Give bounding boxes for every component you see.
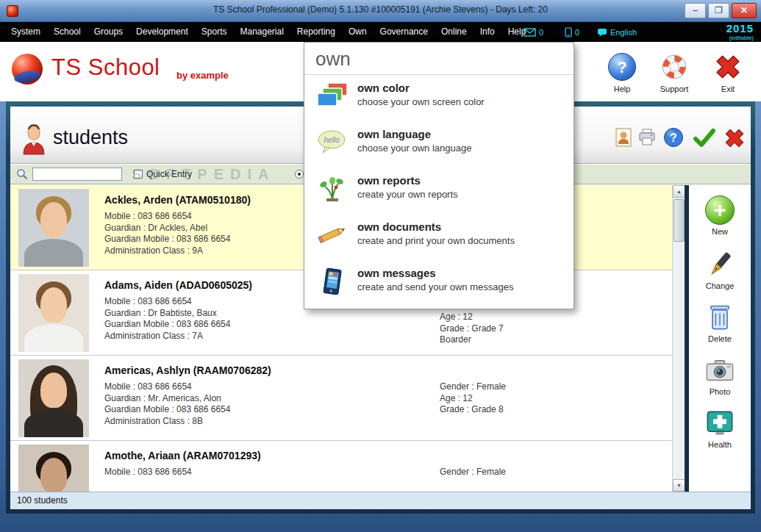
new-button[interactable]: + New: [689, 195, 751, 236]
student-details: Mobile : 083 686 6654 Guardian : Dr Babt…: [104, 296, 230, 342]
sms-count: 0: [575, 28, 579, 37]
smartphone-icon: [316, 267, 349, 297]
language-label: English: [610, 28, 637, 37]
menu-reporting[interactable]: Reporting: [290, 22, 342, 42]
year-badge[interactable]: 2015 (editable): [726, 23, 754, 41]
quick-entry-checkbox[interactable]: [134, 170, 143, 179]
student-photo: [18, 445, 89, 492]
cancel-x-icon[interactable]: [724, 127, 747, 148]
mail-count: 0: [539, 28, 543, 37]
speech-bubble-icon: [597, 28, 607, 37]
detail-line: Guardian Mobile : 083 686 6654: [104, 319, 230, 331]
student-name: Adams, Aiden (ADAD0605025): [104, 279, 252, 291]
menu-item-own-language[interactable]: hello own language choose your own langu…: [304, 121, 574, 168]
color-screens-icon: [316, 82, 349, 112]
new-button-label: New: [689, 227, 751, 236]
student-row[interactable]: Americas, Ashlyn (RAAM0706282) Mobile : …: [10, 356, 672, 441]
extra-line: Gender : Female: [440, 467, 506, 478]
lifebuoy-icon: [660, 53, 688, 81]
window-title: TS School Professional (Demo) 5.1.130 #1…: [0, 4, 761, 15]
trash-bin-icon: [705, 303, 735, 332]
svg-text:hello: hello: [324, 136, 340, 144]
print-icon[interactable]: [637, 127, 657, 148]
hello-bubble-icon: hello: [316, 129, 349, 158]
delete-button-label: Delete: [689, 334, 751, 343]
student-photo: [18, 359, 89, 437]
student-extra: Gender : Female: [440, 467, 506, 478]
menu-item-own-messages[interactable]: own messages create and send your own me…: [304, 260, 574, 306]
action-panel: + New Change Delete: [689, 185, 751, 492]
menu-online[interactable]: Online: [435, 22, 474, 42]
vertical-scrollbar[interactable]: ▲ ▼: [672, 185, 685, 492]
scroll-up-button[interactable]: ▲: [673, 185, 685, 198]
minimize-button[interactable]: –: [685, 3, 706, 18]
maximize-button[interactable]: ❐: [708, 3, 729, 18]
health-button[interactable]: Health: [689, 409, 751, 449]
support-button-label: Support: [650, 85, 699, 93]
id-photo-icon[interactable]: [613, 127, 634, 148]
camera-icon: [705, 356, 735, 385]
photo-button[interactable]: Photo: [689, 356, 751, 396]
own-documents-title: own documents: [357, 220, 441, 233]
language-selector[interactable]: English: [597, 22, 637, 42]
detail-line: Mobile : 083 686 6654: [104, 211, 230, 223]
help-circle-icon[interactable]: ?: [663, 127, 684, 148]
detail-line: Guardian Mobile : 083 686 6654: [104, 234, 230, 245]
pen-icon: [705, 250, 735, 279]
own-color-subtitle: choose your own screen color: [357, 96, 485, 107]
close-button[interactable]: ✕: [732, 3, 757, 18]
student-row[interactable]: Amothe, Ariaan (ARAM0701293) Mobile : 08…: [10, 441, 672, 492]
menu-development[interactable]: Development: [129, 22, 195, 42]
own-documents-subtitle: create and print your own documents: [357, 235, 515, 246]
student-extra: Age : 12 Grade : Grade 7 Boarder: [440, 312, 504, 346]
exit-button[interactable]: Exit: [704, 53, 752, 93]
window-controls: – ❐ ✕: [685, 3, 757, 18]
titlebar: TS School Professional (Demo) 5.1.130 #1…: [0, 0, 761, 22]
extra-line: Boarder: [440, 334, 504, 346]
app-window: TS School Professional (Demo) 5.1.130 #1…: [0, 0, 761, 532]
menu-sports[interactable]: Sports: [195, 22, 234, 42]
menu-managerial[interactable]: Managerial: [233, 22, 290, 42]
current-radio[interactable]: [295, 170, 304, 179]
student-name: Ackles, Arden (ATAM0510180): [104, 194, 251, 206]
detail-line: Mobile : 083 686 6654: [104, 381, 230, 393]
menu-info[interactable]: Info: [474, 22, 501, 42]
support-button[interactable]: Support: [650, 53, 699, 93]
brand-title: TS School: [51, 54, 160, 81]
menu-school[interactable]: School: [47, 22, 87, 42]
own-messages-title: own messages: [357, 267, 436, 279]
delete-button[interactable]: Delete: [689, 303, 751, 343]
detail-line: Guardian Mobile : 083 686 6654: [104, 404, 230, 416]
accept-check-icon[interactable]: [693, 127, 716, 148]
extra-line: Age : 12: [440, 393, 506, 405]
pencil-icon: [316, 221, 349, 251]
detail-line: Administration Class : 7A: [104, 331, 230, 342]
change-button[interactable]: Change: [689, 250, 751, 290]
own-menu-title: own: [304, 43, 574, 75]
brand-logo-icon: [12, 54, 43, 85]
menu-item-own-documents[interactable]: own documents create and print your own …: [304, 214, 574, 260]
phone-icon: [565, 27, 572, 37]
scroll-thumb[interactable]: [674, 199, 685, 242]
status-text: 100 students: [17, 495, 68, 506]
search-input[interactable]: [32, 168, 122, 181]
scroll-down-button[interactable]: ▼: [673, 479, 685, 492]
menu-own[interactable]: Own: [342, 22, 374, 42]
menu-governance[interactable]: Governance: [374, 22, 435, 42]
own-dropdown-menu: own own color choose your own screen col…: [304, 42, 574, 309]
menu-item-own-reports[interactable]: own reports create your own reports: [304, 168, 574, 214]
help-button[interactable]: ? Help: [598, 53, 646, 93]
help-button-label: Help: [598, 85, 646, 93]
mail-indicator[interactable]: 0: [524, 22, 543, 42]
own-language-title: own language: [357, 128, 431, 140]
menu-system[interactable]: System: [4, 22, 47, 42]
extra-line: Grade : Grade 7: [440, 323, 504, 335]
health-button-label: Health: [689, 440, 751, 449]
menu-groups[interactable]: Groups: [87, 22, 129, 42]
sms-indicator[interactable]: 0: [565, 22, 579, 42]
menu-item-own-color[interactable]: own color choose your own screen color: [304, 75, 574, 121]
own-messages-subtitle: create and send your own messages: [357, 281, 513, 292]
plus-icon: +: [705, 195, 735, 225]
photo-button-label: Photo: [689, 387, 751, 396]
first-aid-icon: [705, 409, 735, 438]
